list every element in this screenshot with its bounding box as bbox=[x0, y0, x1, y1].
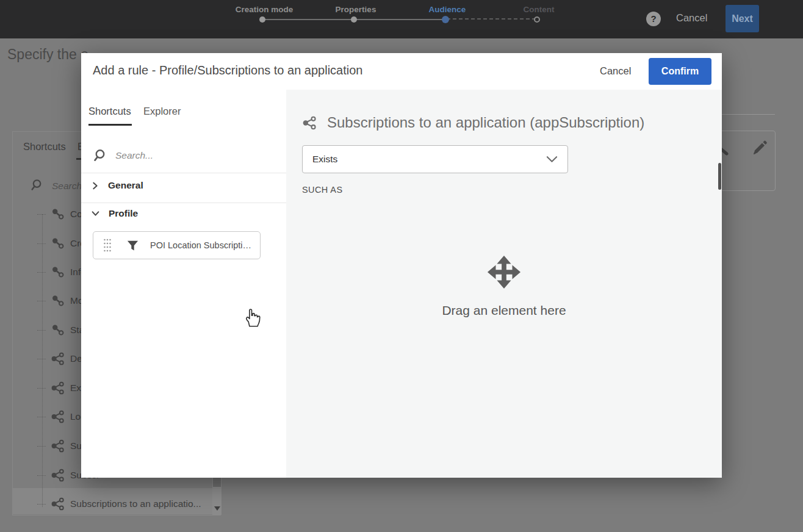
scroll-down-arrow-icon bbox=[214, 506, 220, 511]
share-icon bbox=[51, 409, 65, 424]
such-as-label: SUCH AS bbox=[302, 185, 342, 195]
operator-select[interactable]: Exists bbox=[302, 145, 568, 173]
wizard-next-button: Next bbox=[726, 5, 759, 32]
top-navigation-bar: Creation mode Properties Audience Conten… bbox=[0, 0, 803, 38]
progress-line-upcoming bbox=[447, 18, 536, 20]
link-icon bbox=[51, 293, 65, 308]
section-general[interactable]: General bbox=[91, 180, 143, 191]
poi-item-label: POI Location Subscripti… bbox=[150, 240, 251, 250]
link-icon bbox=[51, 265, 65, 279]
step-dot-creation-mode bbox=[259, 16, 265, 23]
hand-cursor bbox=[243, 307, 262, 328]
search-icon bbox=[93, 148, 108, 163]
operator-value: Exists bbox=[312, 154, 337, 165]
pencil-icon bbox=[751, 138, 768, 157]
chevron-right-icon bbox=[91, 181, 99, 190]
wizard-cancel-button: Cancel bbox=[676, 12, 707, 24]
help-icon: ? bbox=[646, 12, 661, 26]
divider bbox=[81, 173, 286, 173]
drop-zone[interactable]: Drag an element here bbox=[382, 254, 626, 376]
search-field[interactable] bbox=[93, 146, 276, 165]
search-input[interactable] bbox=[115, 150, 250, 161]
confirm-button[interactable]: Confirm bbox=[649, 58, 711, 85]
tab-shortcuts[interactable]: Shortcuts bbox=[88, 106, 131, 117]
bg-scrollbar-thumb bbox=[213, 477, 221, 487]
share-icon bbox=[51, 381, 65, 395]
share-icon bbox=[51, 497, 65, 511]
drop-hint-text: Drag an element here bbox=[440, 301, 568, 320]
poi-location-subscription-item[interactable]: POI Location Subscripti… bbox=[93, 231, 261, 259]
step-creation-mode: Creation mode bbox=[218, 5, 310, 14]
modal-scrollbar-thumb[interactable] bbox=[718, 163, 721, 190]
link-icon bbox=[51, 323, 65, 337]
filter-icon bbox=[126, 239, 139, 252]
step-audience: Audience bbox=[402, 5, 493, 14]
tab-explorer[interactable]: Explorer bbox=[143, 106, 181, 117]
chevron-down-icon bbox=[91, 209, 100, 218]
step-dot-audience bbox=[442, 16, 449, 23]
active-tab-underline bbox=[88, 124, 132, 126]
add-rule-dialog: Add a rule - Profile/Subscriptions to an… bbox=[81, 53, 722, 478]
step-content: Content bbox=[493, 5, 585, 14]
rule-editor-pane: Subscriptions to an application (appSubs… bbox=[286, 90, 722, 478]
bg-tab-shortcuts: Shortcuts bbox=[23, 141, 66, 153]
dialog-title: Add a rule - Profile/Subscriptions to an… bbox=[93, 63, 362, 77]
search-icon bbox=[31, 178, 45, 192]
list-item: Subscriptions to an applicatio... bbox=[37, 495, 201, 513]
step-properties: Properties bbox=[310, 5, 402, 14]
link-icon bbox=[51, 236, 65, 251]
divider bbox=[81, 203, 286, 203]
drag-handle-icon[interactable] bbox=[103, 238, 112, 253]
step-dot-content bbox=[534, 16, 540, 23]
share-icon bbox=[302, 115, 317, 131]
move-icon bbox=[486, 254, 522, 290]
share-icon bbox=[51, 468, 65, 483]
chevron-down-icon bbox=[546, 156, 558, 163]
step-dot-properties bbox=[351, 16, 357, 23]
page-heading: Specify the e bbox=[7, 46, 88, 63]
share-icon bbox=[51, 351, 65, 366]
share-icon bbox=[51, 439, 65, 453]
section-profile[interactable]: Profile bbox=[91, 208, 138, 219]
shortcuts-pane: Shortcuts Explorer General Profile bbox=[81, 90, 286, 478]
link-icon bbox=[51, 207, 65, 221]
cancel-button[interactable]: Cancel bbox=[600, 65, 631, 77]
rule-title: Subscriptions to an application (appSubs… bbox=[327, 114, 644, 131]
